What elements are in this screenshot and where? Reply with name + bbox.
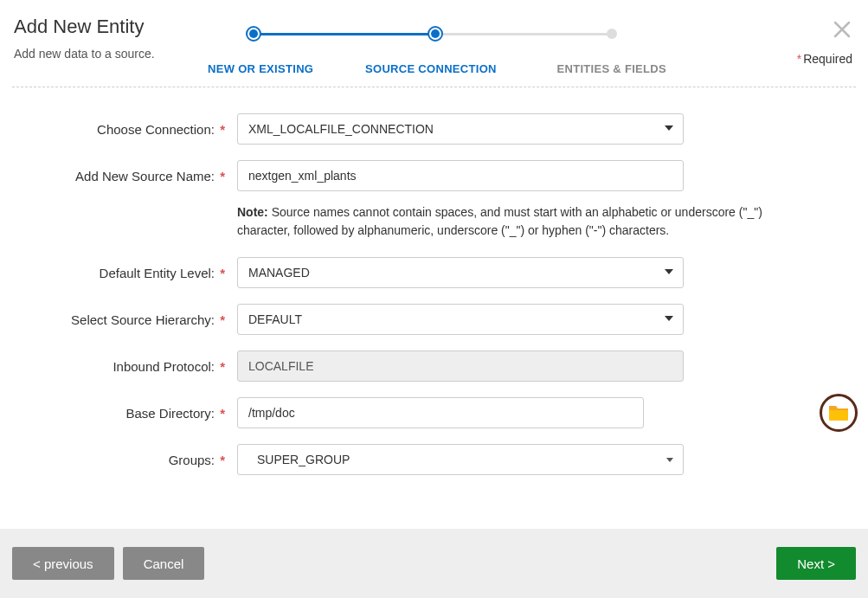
hierarchy-select[interactable]: DEFAULT — [237, 304, 684, 335]
connection-label: Choose Connection: * — [12, 122, 228, 137]
entity-level-label: Default Entity Level: * — [12, 266, 228, 280]
basedir-input[interactable] — [237, 397, 644, 428]
stepper-line-inactive — [436, 33, 614, 35]
next-button[interactable]: Next > — [776, 547, 856, 580]
required-indicator: *Required — [797, 52, 852, 66]
stepper-dot-2 — [428, 26, 443, 42]
protocol-label: Inbound Protocol: * — [12, 359, 228, 374]
basedir-label: Base Directory: * — [12, 406, 228, 421]
wizard-stepper: NEW OR EXISTING SOURCE CONNECTION ENTITI… — [234, 24, 632, 75]
stepper-label-2[interactable]: SOURCE CONNECTION — [365, 62, 497, 75]
source-name-input[interactable] — [237, 160, 684, 191]
browse-folder-button[interactable] — [820, 394, 858, 432]
connection-select[interactable]: XML_LOCALFILE_CONNECTION — [237, 113, 684, 145]
close-icon — [832, 19, 852, 40]
stepper-dot-3 — [607, 29, 617, 39]
stepper-dot-1 — [246, 26, 261, 42]
source-name-note: Note: Source names cannot contain spaces… — [237, 203, 800, 240]
source-name-label: Add New Source Name: * — [12, 169, 228, 183]
header-divider — [12, 87, 856, 87]
protocol-input — [237, 350, 684, 382]
stepper-line-active — [252, 33, 436, 35]
groups-select[interactable]: SUPER_GROUP — [237, 444, 684, 475]
groups-label: Groups: * — [12, 453, 228, 467]
close-button[interactable] — [832, 19, 852, 40]
cancel-button[interactable]: Cancel — [123, 547, 205, 580]
entity-level-select[interactable]: MANAGED — [237, 257, 684, 288]
previous-button[interactable]: < previous — [12, 547, 114, 580]
hierarchy-label: Select Source Hierarchy: * — [12, 312, 228, 327]
folder-icon — [827, 403, 850, 422]
stepper-label-3: ENTITIES & FIELDS — [557, 62, 666, 75]
stepper-label-1[interactable]: NEW OR EXISTING — [208, 62, 313, 75]
